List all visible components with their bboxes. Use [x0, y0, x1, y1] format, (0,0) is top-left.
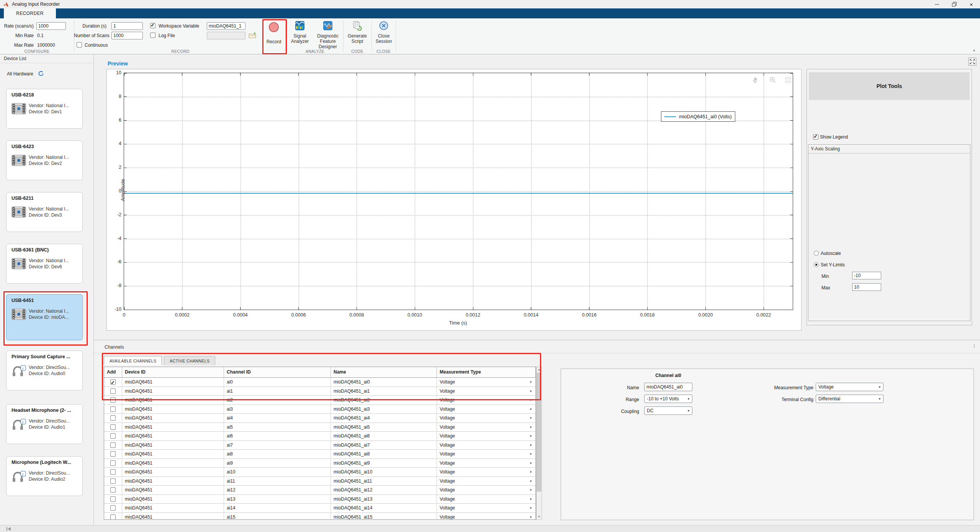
- table-row-ai3[interactable]: mioDAQ6451ai3mioDAQ6451_ai3Voltage▼: [104, 405, 536, 414]
- add-channel-checkbox[interactable]: [110, 451, 116, 457]
- add-channel-checkbox[interactable]: [110, 415, 116, 421]
- collapse-left-icon[interactable]: [6, 527, 11, 532]
- measurement-type-dropdown[interactable]: Voltage: [816, 383, 883, 391]
- fit-view-icon[interactable]: [784, 76, 792, 84]
- device-card-usb-6451[interactable]: USB-6451Vendor: National I...Device ID: …: [6, 294, 83, 340]
- coupling-dropdown[interactable]: DC: [644, 406, 692, 415]
- terminal-config-dropdown[interactable]: Differential: [816, 395, 883, 403]
- minimize-button[interactable]: [928, 0, 946, 8]
- continuous-checkbox[interactable]: [77, 42, 82, 47]
- table-row-ai2[interactable]: mioDAQ6451ai2mioDAQ6451_ai2Voltage▼: [104, 396, 536, 405]
- restore-button[interactable]: [946, 0, 963, 8]
- table-row-ai10[interactable]: mioDAQ6451ai10mioDAQ6451_ai10Voltage▼: [104, 468, 536, 477]
- record-button[interactable]: Record: [265, 20, 283, 44]
- add-channel-checkbox[interactable]: [110, 460, 116, 466]
- table-scrollbar[interactable]: ▲ ▼: [536, 367, 542, 520]
- column-header-channel-id[interactable]: Channel ID: [224, 367, 331, 378]
- table-row-ai14[interactable]: mioDAQ6451ai14mioDAQ6451_ai14Voltage▼: [104, 504, 536, 513]
- tab-recorder[interactable]: RECORDER: [4, 8, 56, 18]
- device-card-usb-6218[interactable]: USB-6218Vendor: National I...Device ID: …: [6, 89, 83, 129]
- device-card-primary-sound-capture[interactable]: Primary Sound Capture ...♪Vendor: Direct…: [6, 351, 83, 390]
- workspace-variable-checkbox[interactable]: [150, 23, 155, 28]
- range-dropdown[interactable]: -10 to +10 Volts: [644, 395, 692, 403]
- add-channel-checkbox[interactable]: [110, 379, 116, 385]
- close-session-button[interactable]: Close Session: [373, 21, 395, 44]
- table-row-ai0[interactable]: mioDAQ6451ai0mioDAQ6451_ai0Voltage▼: [104, 378, 536, 387]
- add-channel-checkbox[interactable]: [110, 514, 116, 520]
- expand-panel-icon[interactable]: [968, 57, 977, 67]
- table-row-ai13[interactable]: mioDAQ6451ai13mioDAQ6451_ai13Voltage▼: [104, 495, 536, 504]
- tab-available-channels[interactable]: AVAILABLE CHANNELS: [104, 356, 162, 365]
- show-legend-checkbox[interactable]: [813, 134, 818, 140]
- channel-name-input[interactable]: mioDAQ6451_ai0: [644, 383, 692, 391]
- measurement-type-dropdown-cell[interactable]: Voltage▼: [437, 450, 536, 459]
- measurement-type-dropdown-cell[interactable]: Voltage▼: [437, 396, 536, 405]
- zoom-in-icon[interactable]: [769, 76, 777, 84]
- rate-input[interactable]: 1000: [36, 22, 66, 30]
- device-card-usb-6211[interactable]: USB-6211Vendor: National I...Device ID: …: [6, 192, 83, 232]
- add-channel-checkbox[interactable]: [110, 496, 116, 502]
- add-channel-checkbox[interactable]: [110, 424, 116, 430]
- device-card-headset-microphone-2[interactable]: Headset Microphone (2- ...♪Vendor: Direc…: [6, 404, 83, 444]
- scroll-down-icon[interactable]: ▼: [537, 514, 542, 519]
- table-row-ai11[interactable]: mioDAQ6451ai11mioDAQ6451_ai11Voltage▼: [104, 477, 536, 486]
- y-max-input[interactable]: 10: [852, 283, 881, 291]
- column-header-name[interactable]: Name: [331, 367, 437, 378]
- measurement-type-dropdown-cell[interactable]: Voltage▼: [437, 405, 536, 414]
- add-channel-checkbox[interactable]: [110, 487, 116, 493]
- column-header-measurement-type[interactable]: Measurement Type: [437, 367, 536, 378]
- collapse-ribbon-icon[interactable]: ▲: [972, 48, 976, 52]
- duration-input[interactable]: 1: [111, 22, 143, 30]
- device-card-microphone-logitech-w[interactable]: Microphone (Logitech W...♪Vendor: Direct…: [6, 456, 83, 496]
- log-file-checkbox[interactable]: [150, 33, 155, 38]
- measurement-type-dropdown-cell[interactable]: Voltage▼: [437, 414, 536, 423]
- add-channel-checkbox[interactable]: [110, 433, 116, 439]
- measurement-type-dropdown-cell[interactable]: Voltage▼: [437, 477, 536, 486]
- table-row-ai6[interactable]: mioDAQ6451ai6mioDAQ6451_ai6Voltage▼: [104, 432, 536, 441]
- measurement-type-dropdown-cell[interactable]: Voltage▼: [437, 459, 536, 468]
- measurement-type-dropdown-cell[interactable]: Voltage▼: [437, 468, 536, 477]
- measurement-type-dropdown-cell[interactable]: Voltage▼: [437, 423, 536, 432]
- diagnostic-feature-designer-button[interactable]: Diagnostic Feature Designer: [313, 21, 343, 49]
- table-row-ai9[interactable]: mioDAQ6451ai9mioDAQ6451_ai9Voltage▼: [104, 459, 536, 468]
- set-y-limits-radio[interactable]: [814, 262, 819, 267]
- table-row-ai7[interactable]: mioDAQ6451ai7mioDAQ6451_ai7Voltage▼: [104, 441, 536, 450]
- plot-area[interactable]: 00.00020.00040.00060.00080.00100.00120.0…: [124, 73, 793, 310]
- tab-active-channels[interactable]: ACTIVE CHANNELS: [164, 356, 215, 365]
- measurement-type-dropdown-cell[interactable]: Voltage▼: [437, 378, 536, 387]
- measurement-type-dropdown-cell[interactable]: Voltage▼: [437, 504, 536, 513]
- measurement-type-dropdown-cell[interactable]: Voltage▼: [437, 387, 536, 396]
- workspace-variable-input[interactable]: mioDAQ6451_1: [207, 22, 245, 30]
- autoscale-radio[interactable]: [814, 251, 819, 256]
- pan-icon[interactable]: [752, 76, 760, 84]
- add-channel-checkbox[interactable]: [110, 478, 116, 484]
- table-row-ai4[interactable]: mioDAQ6451ai4mioDAQ6451_ai4Voltage▼: [104, 414, 536, 423]
- signal-analyzer-button[interactable]: Signal Analyzer: [288, 21, 312, 44]
- legend[interactable]: mioDAQ6451_ai0 (Volts): [661, 111, 735, 122]
- table-row-ai12[interactable]: mioDAQ6451ai12mioDAQ6451_ai12Voltage▼: [104, 486, 536, 495]
- scrollbar-thumb[interactable]: [537, 373, 541, 491]
- close-button[interactable]: ×: [963, 0, 980, 8]
- y-min-input[interactable]: -10: [852, 272, 881, 279]
- measurement-type-dropdown-cell[interactable]: Voltage▼: [437, 432, 536, 441]
- refresh-icon[interactable]: [38, 70, 44, 78]
- device-card-usb-6423[interactable]: USB-6423Vendor: National I...Device ID: …: [6, 140, 83, 180]
- add-channel-checkbox[interactable]: [110, 505, 116, 511]
- panel-menu-icon[interactable]: [974, 344, 975, 348]
- measurement-type-dropdown-cell[interactable]: Voltage▼: [437, 441, 536, 450]
- add-channel-checkbox[interactable]: [110, 442, 116, 448]
- column-header-device-id[interactable]: Device ID: [122, 367, 224, 378]
- add-channel-checkbox[interactable]: [110, 388, 116, 394]
- measurement-type-dropdown-cell[interactable]: Voltage▼: [437, 486, 536, 495]
- column-header-add[interactable]: Add: [104, 367, 122, 378]
- num-scans-input[interactable]: 1000: [111, 32, 143, 39]
- device-card-usb-6361-bnc[interactable]: USB-6361 (BNC)Vendor: National I...Devic…: [6, 244, 83, 284]
- add-channel-checkbox[interactable]: [110, 469, 116, 475]
- scroll-up-icon[interactable]: ▲: [537, 367, 542, 372]
- add-channel-checkbox[interactable]: [110, 406, 116, 412]
- add-channel-checkbox[interactable]: [110, 397, 116, 403]
- table-row-ai15[interactable]: mioDAQ6451ai15mioDAQ6451_ai15Voltage▼: [104, 513, 536, 520]
- measurement-type-dropdown-cell[interactable]: Voltage▼: [437, 513, 536, 520]
- table-row-ai1[interactable]: mioDAQ6451ai1mioDAQ6451_ai1Voltage▼: [104, 387, 536, 396]
- generate-script-button[interactable]: Generate Script: [344, 21, 370, 44]
